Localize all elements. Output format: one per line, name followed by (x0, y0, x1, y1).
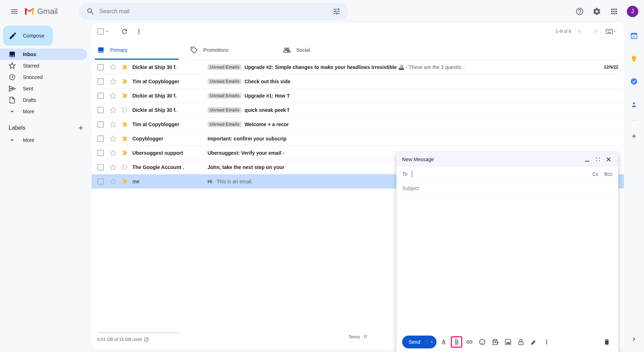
importance-marker[interactable] (122, 136, 129, 141)
keep-app-button[interactable] (627, 51, 641, 66)
insert-drive-button[interactable] (489, 336, 501, 348)
importance-marker[interactable] (122, 108, 129, 113)
to-field[interactable]: To Cc Bcc (396, 167, 618, 181)
email-row[interactable]: Tim at CopybloggerUnread EmailsCheck out… (92, 74, 624, 89)
support-button[interactable] (572, 4, 587, 19)
row-star[interactable] (109, 121, 117, 128)
row-checkbox[interactable] (97, 150, 104, 156)
search-input[interactable] (99, 8, 328, 15)
insert-photo-button[interactable] (502, 336, 514, 348)
row-checkbox[interactable] (97, 78, 104, 85)
close-compose-button[interactable] (605, 155, 613, 163)
compose-button[interactable]: Compose (3, 26, 53, 46)
nav-more[interactable]: More (0, 106, 87, 117)
refresh-button[interactable] (117, 24, 132, 39)
email-row[interactable]: Tim at CopybloggerUnread EmailsWelcome +… (92, 117, 624, 132)
row-label[interactable]: Unread Emails (208, 122, 241, 127)
nav-drafts[interactable]: Drafts (0, 94, 87, 106)
insert-link-button[interactable] (464, 336, 475, 348)
tasks-app-button[interactable] (627, 74, 641, 89)
next-page-button[interactable] (588, 24, 602, 39)
hamburger-icon (10, 7, 19, 16)
confidential-mode-button[interactable] (515, 336, 527, 348)
tab-promotions[interactable]: Promotions (185, 40, 278, 60)
attach-file-button[interactable] (451, 336, 462, 348)
select-all[interactable] (97, 28, 109, 35)
importance-marker[interactable] (122, 150, 129, 155)
tab-primary[interactable]: Primary (92, 40, 185, 60)
row-label[interactable]: Unread Emails (208, 64, 241, 70)
search-options-button[interactable] (328, 3, 345, 20)
pagination-text: 1–9 of 9 (556, 29, 571, 34)
row-checkbox[interactable] (97, 164, 104, 170)
row-star[interactable] (109, 135, 117, 142)
row-checkbox[interactable] (97, 178, 104, 185)
importance-marker[interactable] (122, 122, 129, 127)
row-checkbox[interactable] (97, 121, 104, 128)
row-star[interactable] (109, 78, 117, 85)
get-addons-button[interactable] (627, 129, 641, 143)
formatting-button[interactable] (438, 336, 449, 348)
row-star[interactable] (109, 178, 117, 185)
send-options-button[interactable] (427, 339, 436, 344)
fullscreen-button[interactable] (594, 155, 602, 163)
row-label[interactable]: Unread Emails (208, 107, 241, 113)
email-row[interactable]: Dickie at Ship 30 f.Unread Emailsquick s… (92, 103, 624, 117)
row-label[interactable]: Unread Emails (208, 93, 241, 99)
importance-marker[interactable] (122, 179, 129, 184)
subject-input[interactable] (402, 185, 613, 191)
bcc-button[interactable]: Bcc (604, 171, 613, 177)
row-star[interactable] (109, 149, 117, 157)
importance-marker[interactable] (122, 93, 129, 98)
importance-marker[interactable] (122, 65, 129, 70)
row-label[interactable]: Unread Emails (208, 79, 241, 84)
input-tools-button[interactable] (604, 24, 618, 39)
contacts-app-button[interactable] (627, 97, 641, 111)
add-label-button[interactable] (76, 123, 86, 133)
insert-emoji-button[interactable] (477, 336, 488, 348)
send-button[interactable]: Send (402, 336, 436, 348)
row-checkbox[interactable] (97, 64, 104, 70)
row-checkbox[interactable] (97, 93, 104, 99)
row-star[interactable] (109, 106, 117, 114)
cc-button[interactable]: Cc (592, 171, 599, 177)
prev-page-button[interactable] (572, 24, 587, 39)
email-row[interactable]: Dickie at Ship 30 f.Unread EmailsUpgrade… (92, 89, 624, 103)
compose-body[interactable] (396, 195, 618, 332)
settings-button[interactable] (590, 4, 604, 19)
more-actions-button[interactable] (132, 24, 146, 39)
insert-signature-button[interactable] (528, 336, 540, 348)
nav-snoozed[interactable]: Snoozed (0, 71, 87, 83)
compose-header[interactable]: New Message (396, 152, 618, 167)
calendar-app-button[interactable]: 31 (627, 29, 641, 43)
main-menu-button[interactable] (6, 3, 23, 20)
search-bar[interactable] (79, 3, 348, 20)
importance-marker[interactable] (122, 79, 129, 84)
to-input[interactable] (416, 171, 587, 177)
email-row[interactable]: Dickie at Ship 30 f.Unread EmailsUpgrade… (92, 60, 624, 74)
apps-button[interactable] (607, 4, 621, 19)
search-icon[interactable] (82, 3, 99, 20)
importance-marker[interactable] (122, 165, 129, 170)
tab-social[interactable]: Social (278, 40, 371, 60)
footer-privacy-link[interactable]: P (364, 334, 367, 339)
logo[interactable]: Gmail (24, 7, 58, 16)
row-checkbox[interactable] (97, 107, 104, 113)
row-star[interactable] (109, 164, 117, 171)
labels-more[interactable]: More (0, 134, 87, 146)
row-star[interactable] (109, 92, 117, 99)
discard-draft-button[interactable] (601, 336, 613, 348)
footer-terms-link[interactable]: Terms (348, 334, 360, 339)
email-row[interactable]: CopybloggerImportant: confirm your subsc… (92, 132, 624, 146)
nav-inbox[interactable]: Inbox (0, 49, 87, 60)
row-checkbox[interactable] (97, 135, 104, 142)
subject-field[interactable] (396, 181, 618, 195)
hide-side-panel-button[interactable] (627, 332, 641, 346)
account-avatar[interactable]: J (627, 6, 638, 17)
more-options-button[interactable] (541, 336, 552, 348)
nav-sent[interactable]: Sent (0, 83, 87, 94)
row-star[interactable] (109, 64, 117, 71)
open-in-new-icon[interactable] (144, 337, 149, 342)
minimize-button[interactable] (583, 155, 591, 163)
nav-starred[interactable]: Starred (0, 60, 87, 71)
